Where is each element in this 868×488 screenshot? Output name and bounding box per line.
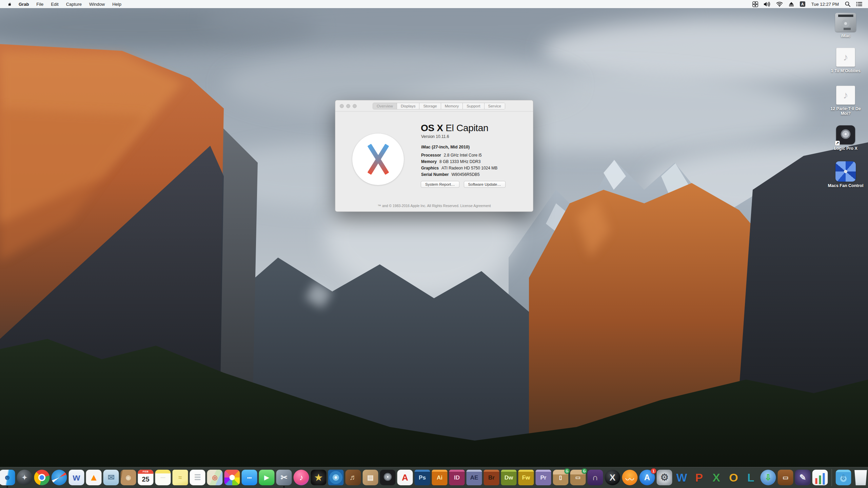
dock-archive-box-2-badge: G [581,468,587,474]
dock-bridge[interactable]: Br [484,470,499,485]
dock-x-converter-app[interactable]: X [605,470,620,485]
dock-w-globe-app[interactable]: w [69,470,84,485]
dock-idvd[interactable] [328,470,344,485]
system-report-button[interactable]: System Report… [421,181,459,188]
eject-icon[interactable] [787,0,796,8]
dock-facetime[interactable]: ▶ [259,470,275,485]
menu-capture[interactable]: Capture [62,0,85,8]
menu-window[interactable]: Window [85,0,108,8]
dock-keynote[interactable]: ▭ [778,470,793,485]
dock-photos[interactable] [224,470,240,485]
dock-after-effects[interactable]: AE [467,470,482,485]
desktop-icon-imac-hd[interactable]: iMac [825,13,866,38]
tab-memory[interactable]: Memory [441,103,463,109]
dock-outlook[interactable]: O [726,470,742,485]
menu-grab[interactable]: Grab [15,0,33,8]
dock-imovie[interactable]: ★ [311,470,327,485]
dock-grab[interactable]: ✂ [276,470,292,485]
dock-contacts[interactable]: ◉ [121,470,136,485]
osx-el-capitan-logo [352,134,404,185]
dock-download-globe-app[interactable]: ⇩ [761,470,776,485]
tab-service[interactable]: Service [485,103,505,109]
dock-maps[interactable]: ◎ [207,470,223,485]
dock-divider [832,469,832,486]
dock-logic-pro[interactable] [380,470,396,485]
dock-safari[interactable] [52,470,67,485]
dock-pages[interactable]: ✎ [795,470,811,485]
dock-chrome[interactable] [34,470,50,485]
dock-excel[interactable]: X [709,470,724,485]
dock-toast[interactable]: ∩ [588,470,603,485]
window-titlebar[interactable]: OverviewDisplaysStorageMemorySupportServ… [335,100,533,111]
dock-app-store[interactable]: A1 [639,470,655,485]
dock-mail[interactable]: ✉ [103,470,119,485]
dock-outlook-icon: O [726,470,742,485]
dock-calendar[interactable]: 25FEB [138,470,154,485]
dock-powerpoint[interactable]: P [691,470,707,485]
tab-storage[interactable]: Storage [419,103,441,109]
dock-archive-box-1[interactable]: ▯G [553,470,569,485]
menu-help[interactable]: Help [108,0,125,8]
dock-reminders[interactable]: ☰ [190,470,205,485]
dock-garageband[interactable]: ♬ [346,470,361,485]
menu-edit[interactable]: Edit [47,0,62,8]
keyboard-input-label: A [800,1,805,7]
minimize-button[interactable] [346,104,350,108]
dock-finder[interactable]: ☻ [0,470,15,485]
dock-illustrator[interactable]: Ai [432,470,448,485]
dock-downloads-folder[interactable]: ⇩ [836,470,851,485]
close-button[interactable] [340,104,344,108]
dock-indesign[interactable]: ID [449,470,465,485]
dock-itunes[interactable]: ♪ [294,470,309,485]
dock-premiere[interactable]: Pr [536,470,551,485]
software-update-button[interactable]: Software Update… [464,181,506,188]
dock-vlc[interactable]: ▲ [86,470,102,485]
dock-illustrator-icon: Ai [432,470,448,485]
volume-icon[interactable] [762,0,772,8]
dock-ibooks[interactable]: ◡◡ [622,470,638,485]
desktop-icon-audio-2[interactable]: ♪12 Parle-T-Il De Moi? [825,86,866,116]
dock-photoshop[interactable]: Ps [415,470,430,485]
dock-messages[interactable]: ••• [242,470,257,485]
dock-lync[interactable]: L [743,470,759,485]
dock-keynote-icon: ▭ [778,470,793,485]
dock-fireworks[interactable]: Fw [518,470,534,485]
dock-trash[interactable] [853,470,868,485]
wifi-icon[interactable] [774,0,785,8]
desktop-icon-macs-fan-control[interactable]: Macs Fan Control [825,161,866,188]
dock-dreamweaver[interactable]: Dw [501,470,517,485]
apple-menu[interactable] [5,0,15,8]
dock: ☻✦w▲✉◉25FEB—≈☰◎•••▶✂♪★♬▤APsAiIDAEBrDwFwP… [0,467,868,488]
fan-control-status-icon[interactable] [751,0,760,8]
spotlight-icon[interactable] [843,0,852,8]
dock-finder-icon: ☻ [0,470,15,485]
dock-launchpad[interactable]: ✦ [17,470,33,485]
dock-iweb[interactable]: ▤ [363,470,378,485]
menu-file[interactable]: File [33,0,47,8]
dock-facetime-icon: ▶ [259,470,275,485]
dock-pages-icon: ✎ [795,470,811,485]
dock-word[interactable]: W [674,470,690,485]
spec-graphics: GraphicsATI Radeon HD 5750 1024 MB [421,165,497,171]
dock-notes[interactable]: — [155,470,171,485]
desktop-icon-logic-pro-alias[interactable]: ↗Logic Pro X [825,125,866,151]
menu-bar-clock[interactable]: Tue 12:27 PM [809,2,841,7]
tab-support[interactable]: Support [463,103,484,109]
dock-numbers[interactable] [812,470,828,485]
fan-icon [835,161,856,182]
keyboard-input-icon[interactable]: A [798,0,807,8]
tab-overview[interactable]: Overview [373,103,397,109]
desktop-icon-audio-1[interactable]: ♪1 Tu M'Oublies [825,48,866,73]
dock-iweb-icon: ▤ [363,470,378,485]
dock-system-preferences[interactable]: ⚙ [657,470,672,485]
logic-icon: ↗ [836,125,855,144]
notification-center-icon[interactable] [854,0,864,8]
dock-acrobat-reader[interactable]: A [397,470,413,485]
dock-stickies-icon: ≈ [173,470,188,485]
zoom-button[interactable] [353,104,357,108]
tab-displays[interactable]: Displays [397,103,419,109]
license-agreement-link[interactable]: License Agreement [460,204,491,208]
dock-messages-icon: ••• [242,470,257,485]
dock-stickies[interactable]: ≈ [173,470,188,485]
dock-archive-box-2[interactable]: ▭G [570,470,586,485]
